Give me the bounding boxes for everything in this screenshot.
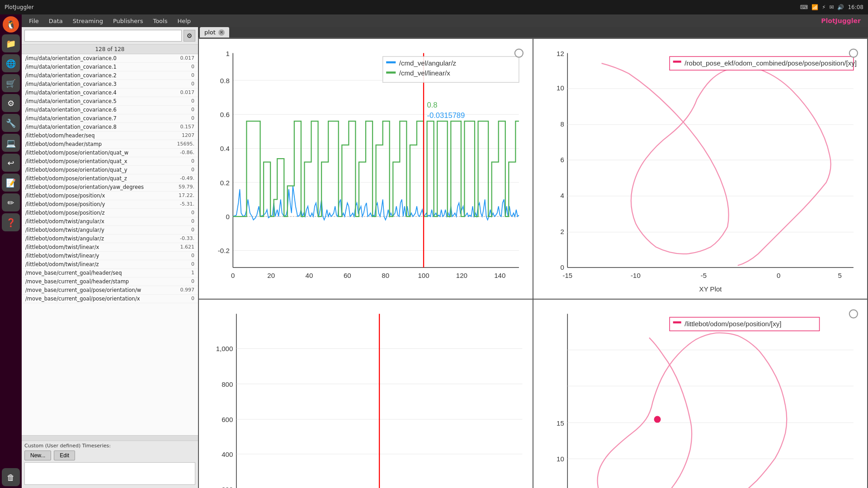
timeseries-row[interactable]: /littlebot/odom/header/stamp15695. (22, 140, 198, 149)
clock: 16:08 (848, 4, 863, 10)
timeseries-row[interactable]: /imu/data/orientation_covariance.70 (22, 114, 198, 123)
search-input[interactable] (24, 30, 182, 42)
timeseries-list[interactable]: /imu/data/orientation_covariance.00.017/… (22, 54, 198, 435)
timeseries-name: /littlebot/odom/pose/orientation/quat_y (25, 167, 167, 173)
timeseries-row[interactable]: /littlebot/odom/twist/angular/y0 (22, 226, 198, 235)
svg-rect-31 (386, 71, 396, 74)
timeseries-value: 0 (167, 81, 194, 87)
timeseries-row[interactable]: /move_base/current_goal/pose/orientation… (22, 286, 198, 295)
timeseries-row[interactable]: /littlebot/odom/twist/linear/z0 (22, 260, 198, 269)
dock-terminal[interactable]: 💻 (2, 134, 20, 152)
menu-file[interactable]: File (24, 16, 43, 26)
volume-icon: 🔊 (837, 4, 844, 10)
timeseries-name: /littlebot/odom/pose/position/x (25, 192, 167, 199)
timeseries-name: /littlebot/odom/pose/orientation/quat_z (25, 175, 167, 182)
dock-edit[interactable]: ✏ (2, 193, 20, 211)
dock-help[interactable]: ❓ (2, 213, 20, 231)
timeseries-row[interactable]: /move_base/current_goal/header/seq1 (22, 269, 198, 277)
menubar: File Data Streaming Publishers Tools Hel… (22, 14, 868, 27)
timeseries-row[interactable]: /littlebot/odom/twist/angular/x0 (22, 217, 198, 226)
titlebar-right: ⌨ 📶 ⚡ ✉ 🔊 16:08 (800, 4, 863, 10)
dock-apps[interactable]: 🔧 (2, 114, 20, 132)
custom-textarea[interactable] (24, 462, 195, 485)
timeseries-row[interactable]: /littlebot/odom/pose/orientation/quat_y0 (22, 166, 198, 174)
timeseries-value: 17.22. (167, 192, 194, 199)
count-label: 128 of 128 (22, 45, 198, 54)
timeseries-row[interactable]: /littlebot/odom/pose/orientation/quat_w-… (22, 149, 198, 157)
timeseries-value: 0 (167, 107, 194, 113)
ubuntu-icon[interactable]: 🐧 (3, 16, 19, 33)
dock-browser[interactable]: 🌐 (2, 54, 20, 72)
plot-tab[interactable]: plot ✕ (200, 27, 229, 38)
bluetooth-icon: ⚡ (822, 4, 826, 10)
gear-button[interactable]: ⚙ (184, 30, 195, 42)
svg-point-57 (849, 49, 858, 57)
top-right-panel[interactable]: 0 2 4 6 8 10 12 -15 -10 -5 (533, 39, 867, 299)
menubar-left: File Data Streaming Publishers Tools Hel… (24, 16, 195, 26)
svg-text:/cmd_vel/linear/x: /cmd_vel/linear/x (399, 69, 450, 77)
dock-settings[interactable]: ⚙ (2, 94, 20, 112)
timeseries-value: 1 (167, 270, 194, 276)
edit-button[interactable]: Edit (54, 450, 75, 460)
timeseries-value: -0.86. (167, 150, 194, 156)
timeseries-value: -5.31. (167, 201, 194, 207)
timeseries-row[interactable]: /littlebot/odom/pose/orientation/yaw_deg… (22, 183, 198, 192)
timeseries-row[interactable]: /imu/data/orientation_covariance.30 (22, 80, 198, 89)
timeseries-row[interactable]: /littlebot/odom/twist/linear/y0 (22, 252, 198, 260)
timeseries-row[interactable]: /move_base/current_goal/pose/orientation… (22, 295, 198, 303)
dock-vscode[interactable]: 📝 (2, 174, 20, 192)
timeseries-name: /move_base/current_goal/pose/orientation… (25, 296, 167, 302)
brand-label: PlotJuggler (821, 17, 861, 24)
menu-help[interactable]: Help (173, 16, 195, 26)
menu-tools[interactable]: Tools (148, 16, 172, 26)
svg-text:600: 600 (222, 416, 233, 423)
dock-trash[interactable]: 🗑 (2, 468, 20, 486)
timeseries-name: /imu/data/orientation_covariance.4 (25, 89, 167, 96)
svg-text:60: 60 (344, 272, 351, 279)
timeseries-row[interactable]: /imu/data/orientation_covariance.60 (22, 106, 198, 114)
timeseries-row[interactable]: /littlebot/odom/pose/orientation/quat_z-… (22, 174, 198, 183)
timeseries-name: /move_base/current_goal/pose/orientation… (25, 287, 167, 293)
timeseries-row[interactable]: /imu/data/orientation_covariance.50 (22, 97, 198, 106)
bottom-right-panel[interactable]: 0 5 10 15 -15 -10 -5 0 5 10 (533, 300, 867, 488)
menu-publishers[interactable]: Publishers (108, 16, 147, 26)
svg-text:20: 20 (267, 272, 275, 279)
svg-text:1,000: 1,000 (216, 345, 233, 353)
menu-data[interactable]: Data (44, 16, 67, 26)
timeseries-name: /littlebot/odom/pose/orientation/quat_w (25, 150, 167, 156)
timeseries-row[interactable]: /littlebot/odom/pose/orientation/quat_x0 (22, 157, 198, 166)
svg-text:2: 2 (560, 228, 564, 235)
timeseries-row[interactable]: /imu/data/orientation_covariance.20 (22, 71, 198, 80)
timeseries-value: 0 (167, 253, 194, 259)
svg-text:-10: -10 (631, 272, 641, 279)
svg-point-33 (515, 49, 523, 57)
svg-text:0.2: 0.2 (220, 179, 230, 187)
horizontal-scrollbar[interactable] (22, 435, 198, 441)
search-bar: ⚙ (22, 27, 198, 45)
svg-text:6: 6 (560, 156, 564, 164)
timeseries-name: /imu/data/orientation_covariance.5 (25, 98, 167, 104)
timeseries-name: /littlebot/odom/header/stamp (25, 141, 167, 147)
bottom-left-panel[interactable]: 0 200 400 600 800 1,000 0 50 100 150 (199, 300, 533, 488)
timeseries-row[interactable]: /imu/data/orientation_covariance.80.157 (22, 123, 198, 131)
timeseries-row[interactable]: /littlebot/odom/twist/angular/z-0.33. (22, 235, 198, 243)
timeseries-row[interactable]: /littlebot/odom/pose/position/y-5.31. (22, 200, 198, 209)
dock-amazon[interactable]: 🛒 (2, 74, 20, 92)
dock-files[interactable]: 📁 (2, 34, 20, 52)
timeseries-row[interactable]: /imu/data/orientation_covariance.40.017 (22, 89, 198, 97)
timeseries-row[interactable]: /littlebot/odom/header/seq1207 (22, 131, 198, 140)
custom-buttons: New... Edit (24, 450, 195, 460)
plot-tab-close[interactable]: ✕ (218, 29, 225, 36)
timeseries-row[interactable]: /littlebot/odom/pose/position/x17.22. (22, 192, 198, 200)
timeseries-value: 0 (167, 64, 194, 70)
timeseries-row[interactable]: /move_base/current_goal/header/stamp0 (22, 277, 198, 286)
timeseries-row[interactable]: /imu/data/orientation_covariance.10 (22, 63, 198, 71)
top-left-panel[interactable]: 1 0.8 0.6 0.4 0.2 0 -0.2 0 20 40 (199, 39, 533, 299)
svg-text:/robot_pose_ekf/odom_combined/: /robot_pose_ekf/odom_combined/pose/pose/… (684, 59, 857, 67)
timeseries-row[interactable]: /littlebot/odom/twist/linear/x1.621 (22, 243, 198, 252)
timeseries-row[interactable]: /littlebot/odom/pose/position/z0 (22, 209, 198, 217)
new-button[interactable]: New... (24, 450, 51, 460)
dock-back[interactable]: ↩ (2, 154, 20, 172)
menu-streaming[interactable]: Streaming (68, 16, 108, 26)
timeseries-row[interactable]: /imu/data/orientation_covariance.00.017 (22, 54, 198, 63)
